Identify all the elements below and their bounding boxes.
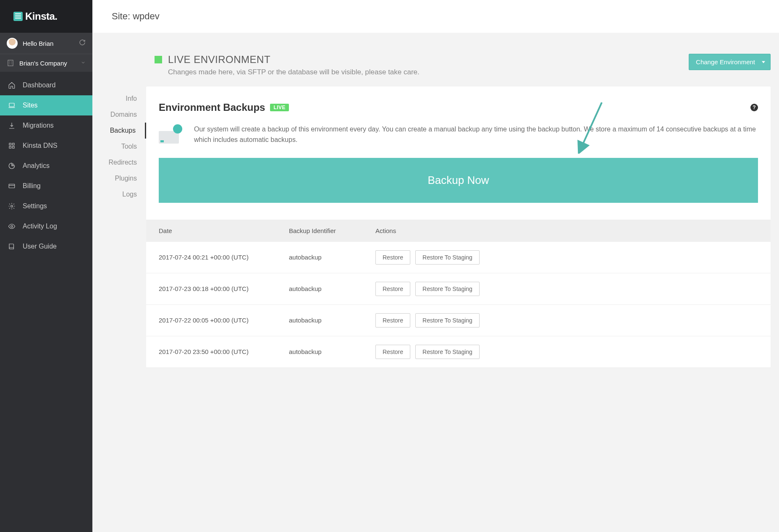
svg-rect-6 [9,184,15,188]
restore-to-staging-button[interactable]: Restore To Staging [415,250,480,265]
user-greeting: Hello Brian [23,40,74,47]
sidebar-item-user-guide[interactable]: User Guide [0,236,92,257]
info-row: Our system will create a backup of this … [159,124,758,145]
svg-point-8 [11,225,13,228]
backup-date: 2017-07-22 00:05 +00:00 (UTC) [159,317,289,324]
env-description: Changes made here, via SFTP or the datab… [168,68,420,76]
info-text: Our system will create a backup of this … [194,124,758,145]
download-icon [173,124,182,134]
gear-icon [8,202,16,210]
svg-rect-4 [9,147,11,149]
logo-icon [13,12,23,21]
sidebar-item-analytics[interactable]: Analytics [0,156,92,176]
pie-icon [8,162,16,170]
sidebar-item-kinsta-dns[interactable]: Kinsta DNS [0,136,92,156]
backup-identifier: autobackup [289,285,375,292]
main-nav: DashboardSitesMigrationsKinsta DNSAnalyt… [0,72,92,257]
sidebar-item-settings[interactable]: Settings [0,196,92,216]
sidebar-item-sites[interactable]: Sites [0,95,92,115]
logo-area: Kinsta. [0,0,92,33]
grid-icon [8,142,16,150]
laptop-icon [8,101,16,110]
sidebar-item-label: Billing [23,182,41,190]
sidebar-item-label: Kinsta DNS [23,142,58,149]
topbar: Site: wpdev [92,0,779,33]
env-title: LIVE ENVIRONMENT [168,54,420,66]
subnav-item-domains[interactable]: Domains [92,107,146,123]
sidebar-item-migrations[interactable]: Migrations [0,115,92,136]
restore-to-staging-button[interactable]: Restore To Staging [415,313,480,328]
table-row: 2017-07-24 00:21 +00:00 (UTC)autobackupR… [146,242,771,273]
site-subnav: InfoDomainsBackupsToolsRedirectsPluginsL… [92,86,146,368]
building-icon [7,59,14,67]
card-icon [8,182,16,190]
subnav-item-redirects[interactable]: Redirects [92,155,146,170]
book-icon [8,242,16,251]
sidebar-item-label: Analytics [23,162,50,170]
company-name: Brian's Company [19,60,76,67]
svg-rect-2 [9,143,11,145]
table-header: Date Backup Identifier Actions [146,220,771,242]
backup-illustration [159,124,182,144]
subnav-item-plugins[interactable]: Plugins [92,170,146,186]
restore-button[interactable]: Restore [375,345,410,359]
help-icon[interactable]: ? [750,104,758,111]
download-icon [8,121,16,130]
change-environment-button[interactable]: Change Environment [689,54,771,70]
backup-identifier: autobackup [289,348,375,355]
svg-rect-1 [9,103,14,107]
col-header-id: Backup Identifier [289,227,375,234]
sidebar-item-label: Migrations [23,122,54,129]
restore-button[interactable]: Restore [375,282,410,296]
backup-date: 2017-07-24 00:21 +00:00 (UTC) [159,254,289,261]
sidebar-item-label: User Guide [23,243,57,250]
user-row[interactable]: Hello Brian [0,33,92,54]
home-icon [8,81,16,89]
backups-panel: Environment Backups LIVE ? Our system wi… [146,86,771,368]
sidebar-item-label: Activity Log [23,223,57,230]
restore-button[interactable]: Restore [375,313,410,328]
sidebar-item-dashboard[interactable]: Dashboard [0,75,92,95]
svg-point-7 [11,205,13,207]
backup-identifier: autobackup [289,254,375,261]
avatar [7,38,18,49]
logo[interactable]: Kinsta. [13,10,58,22]
subnav-item-tools[interactable]: Tools [92,139,146,155]
backup-date: 2017-07-23 00:18 +00:00 (UTC) [159,285,289,292]
table-row: 2017-07-22 00:05 +00:00 (UTC)autobackupR… [146,305,771,336]
backups-table: Date Backup Identifier Actions 2017-07-2… [146,220,771,368]
eye-icon [8,222,16,231]
restore-to-staging-button[interactable]: Restore To Staging [415,345,480,359]
col-header-date: Date [159,227,289,234]
sidebar-item-billing[interactable]: Billing [0,176,92,196]
svg-rect-5 [13,147,15,149]
table-row: 2017-07-23 00:18 +00:00 (UTC)autobackupR… [146,273,771,305]
restore-button[interactable]: Restore [375,250,410,265]
user-block: Hello Brian Brian's Company [0,33,92,72]
sidebar-item-label: Settings [23,202,47,210]
col-header-actions: Actions [375,227,758,234]
content-shell: LIVE ENVIRONMENT Changes made here, via … [92,33,779,532]
main: Site: wpdev LIVE ENVIRONMENT Changes mad… [92,0,779,532]
backup-identifier: autobackup [289,317,375,324]
sidebar-item-label: Sites [23,102,38,109]
table-row: 2017-07-20 23:50 +00:00 (UTC)autobackupR… [146,336,771,368]
subnav-item-logs[interactable]: Logs [92,186,146,202]
sidebar-item-label: Dashboard [23,81,55,89]
live-badge: LIVE [270,104,289,111]
subnav-item-info[interactable]: Info [92,91,146,107]
chevron-down-icon [81,60,86,66]
sidebar-item-activity-log[interactable]: Activity Log [0,216,92,236]
svg-rect-3 [13,143,15,145]
panel-title: Environment Backups [159,102,265,113]
page-title: Site: wpdev [112,11,160,22]
environment-banner: LIVE ENVIRONMENT Changes made here, via … [92,33,779,86]
company-selector[interactable]: Brian's Company [0,54,92,72]
env-status-square [155,56,162,63]
backup-now-button[interactable]: Backup Now [159,158,758,203]
subnav-item-backups[interactable]: Backups [92,123,146,139]
logo-text: Kinsta. [25,10,58,22]
restore-to-staging-button[interactable]: Restore To Staging [415,282,480,296]
refresh-icon[interactable] [79,39,86,47]
sidebar: Kinsta. Hello Brian Brian's Company [0,0,92,532]
